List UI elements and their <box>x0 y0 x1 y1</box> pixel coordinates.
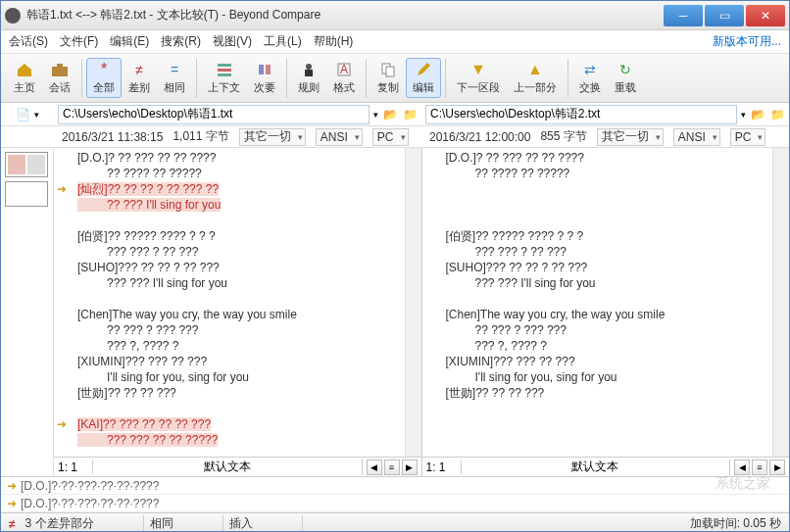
svg-rect-5 <box>259 65 264 74</box>
merged-row: ➜[D.O.]?·??·???·??·??·???? <box>1 477 789 495</box>
right-size: 855 字节 <box>540 128 586 145</box>
nav-right-button[interactable]: ▶ <box>769 459 785 475</box>
menu-search[interactable]: 搜索(R) <box>161 33 201 50</box>
nav-list-button[interactable]: ≡ <box>384 459 400 475</box>
menu-tools[interactable]: 工具(L) <box>264 33 302 50</box>
svg-rect-12 <box>386 67 394 76</box>
svg-rect-0 <box>52 67 68 76</box>
tb-copy[interactable]: 复制 <box>370 58 406 98</box>
briefcase-icon <box>50 61 70 78</box>
status-same: 相同 <box>144 515 223 532</box>
compare-area: ➜ ➜ [D.O.]? ?? ??? ?? ?? ???? ?? ???? ??… <box>1 148 789 476</box>
minor-icon <box>255 61 274 78</box>
app-icon <box>5 8 21 24</box>
title-bar: 韩语1.txt <--> 韩语2.txt - 文本比较(T) - Beyond … <box>1 1 789 30</box>
left-other-combo[interactable]: 其它一切 <box>239 128 306 146</box>
right-pane: [D.O.]? ?? ??? ?? ?? ???? ?? ???? ?? ???… <box>422 148 790 476</box>
merged-row: ➜[D.O.]?·??·???·??·??·???? <box>1 495 789 512</box>
status-load-time: 加载时间: 0.05 秒 <box>690 515 781 532</box>
right-enc-combo[interactable]: ANSI <box>673 128 720 146</box>
left-code[interactable]: [D.O.]? ?? ??? ?? ?? ???? ?? ???? ?? ???… <box>74 148 405 457</box>
nav-left-button[interactable]: ◀ <box>367 459 382 475</box>
thumbnail[interactable] <box>5 181 48 207</box>
arrow-down-icon: ▼ <box>469 61 488 78</box>
window-title: 韩语1.txt <--> 韩语2.txt - 文本比较(T) - Beyond … <box>26 7 662 24</box>
right-platform-combo[interactable]: PC <box>730 128 766 146</box>
left-pane: ➜ ➜ [D.O.]? ?? ??? ?? ?? ???? ?? ???? ??… <box>54 148 422 476</box>
arrow-icon: ➜ <box>7 479 17 493</box>
referee-icon <box>299 61 319 78</box>
dropdown-icon[interactable]: ▾ <box>34 110 39 120</box>
update-link[interactable]: 新版本可用... <box>713 33 781 50</box>
tb-home[interactable]: 主页 <box>7 58 42 98</box>
right-path-input[interactable] <box>425 105 737 124</box>
tb-reload[interactable]: ↻重载 <box>608 58 643 98</box>
not-equal-icon: ≠ <box>129 61 149 78</box>
equal-icon: = <box>165 61 184 78</box>
close-button[interactable]: ✕ <box>746 5 785 26</box>
svg-rect-2 <box>218 64 231 67</box>
menu-edit[interactable]: 编辑(E) <box>110 33 149 50</box>
dropdown-icon[interactable]: ▾ <box>741 110 746 120</box>
nav-list-button[interactable]: ≡ <box>752 459 767 475</box>
tb-prev-section[interactable]: ▲上一部分 <box>507 58 564 98</box>
tb-same[interactable]: =相同 <box>157 58 192 98</box>
svg-rect-3 <box>218 69 231 72</box>
toolbar: 主页 会话 *全部 ≠差别 =相同 上下文 次要 规则 A格式 复制 编辑 ▼下… <box>1 54 789 103</box>
tb-context[interactable]: 上下文 <box>201 58 247 98</box>
dropdown-icon[interactable]: ▾ <box>373 110 378 120</box>
menu-file[interactable]: 文件(F) <box>60 33 98 50</box>
merged-lines: ➜[D.O.]?·??·???·??·??·???? ➜[D.O.]?·??·?… <box>1 476 789 512</box>
right-cursor-pos: 1: 1 <box>422 460 462 474</box>
menu-view[interactable]: 视图(V) <box>213 33 252 50</box>
context-icon <box>215 61 234 78</box>
tb-swap[interactable]: ⇄交换 <box>572 58 608 98</box>
status-insert: 插入 <box>223 515 303 532</box>
svg-rect-8 <box>305 70 313 76</box>
tb-rules[interactable]: 规则 <box>291 58 326 98</box>
browse-icon[interactable]: 📁 <box>402 107 418 122</box>
thumbnail[interactable] <box>5 152 48 177</box>
right-code[interactable]: [D.O.]? ?? ??? ?? ?? ???? ?? ???? ?? ???… <box>442 148 773 457</box>
folder-open-icon[interactable]: 📂 <box>382 107 398 122</box>
tb-next-section[interactable]: ▼下一区段 <box>450 58 507 98</box>
tb-all[interactable]: *全部 <box>86 58 122 98</box>
status-bar: ≠ 3 个差异部分 相同 插入 加载时间: 0.05 秒 <box>1 512 789 532</box>
nav-right-button[interactable]: ▶ <box>402 459 418 475</box>
right-vscroll[interactable] <box>772 148 789 457</box>
menu-session[interactable]: 会话(S) <box>9 33 48 50</box>
left-mode: 默认文本 <box>93 459 363 475</box>
browse-icon[interactable]: 📁 <box>769 107 785 122</box>
right-other-combo[interactable]: 其它一切 <box>597 128 664 146</box>
doc-icon: 📄 <box>16 108 30 121</box>
tb-edit[interactable]: 编辑 <box>406 58 441 98</box>
left-date: 2016/3/21 11:38:15 <box>62 130 163 144</box>
maximize-button[interactable]: ▭ <box>705 5 744 26</box>
swap-icon: ⇄ <box>580 61 600 78</box>
left-enc-combo[interactable]: ANSI <box>316 128 363 146</box>
tb-diff[interactable]: ≠差别 <box>122 58 157 98</box>
right-pane-status: 1: 1 默认文本 ◀ ≡ ▶ <box>422 457 790 476</box>
left-platform-combo[interactable]: PC <box>372 128 409 146</box>
right-mode: 默认文本 <box>462 459 731 475</box>
tb-minor[interactable]: 次要 <box>247 58 282 98</box>
menu-help[interactable]: 帮助(H) <box>314 33 354 50</box>
nav-left-button[interactable]: ◀ <box>734 459 750 475</box>
tb-session[interactable]: 会话 <box>42 58 77 98</box>
svg-rect-4 <box>218 73 231 76</box>
svg-point-7 <box>306 64 312 70</box>
left-path-input[interactable] <box>58 105 370 124</box>
folder-open-icon[interactable]: 📂 <box>750 107 765 122</box>
asterisk-icon: * <box>94 61 114 78</box>
arrow-up-icon: ▲ <box>525 61 545 78</box>
minimize-button[interactable]: ─ <box>664 5 703 26</box>
not-equal-icon: ≠ <box>9 517 16 531</box>
reload-icon: ↻ <box>616 61 635 78</box>
svg-rect-1 <box>57 64 63 67</box>
left-marker-gutter: ➜ ➜ <box>54 148 74 457</box>
left-vscroll[interactable] <box>405 148 421 457</box>
tb-format[interactable]: A格式 <box>326 58 362 98</box>
left-pane-status: 1: 1 默认文本 ◀ ≡ ▶ <box>54 457 421 476</box>
arrow-icon: ➜ <box>7 497 17 510</box>
pencil-icon <box>414 61 433 78</box>
